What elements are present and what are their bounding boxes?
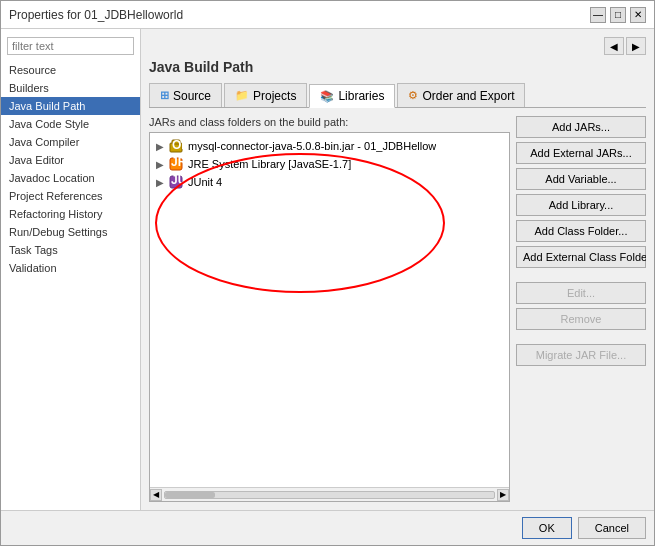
add-library-button[interactable]: Add Library... bbox=[516, 194, 646, 216]
source-icon: ⊞ bbox=[160, 89, 169, 102]
sidebar-item-task-tags[interactable]: Task Tags bbox=[1, 241, 140, 259]
tab-libraries[interactable]: 📚 Libraries bbox=[309, 84, 395, 108]
add-variable-button[interactable]: Add Variable... bbox=[516, 168, 646, 190]
title-bar-controls: — □ ✕ bbox=[590, 7, 646, 23]
projects-icon: 📁 bbox=[235, 89, 249, 102]
button-spacer bbox=[516, 272, 646, 278]
sidebar: Resource Builders Java Build Path Java C… bbox=[1, 29, 141, 510]
filter-input[interactable] bbox=[7, 37, 134, 55]
svg-text:JRE: JRE bbox=[171, 157, 183, 169]
sidebar-item-javadoc-location[interactable]: Javadoc Location bbox=[1, 169, 140, 187]
maximize-button[interactable]: □ bbox=[610, 7, 626, 23]
main-window: Properties for 01_JDBHelloworld — □ ✕ Re… bbox=[0, 0, 655, 546]
tab-order-export[interactable]: ⚙ Order and Export bbox=[397, 83, 525, 107]
tree-label: JARs and class folders on the build path… bbox=[149, 116, 510, 128]
forward-button[interactable]: ▶ bbox=[626, 37, 646, 55]
migrate-jar-button[interactable]: Migrate JAR File... bbox=[516, 344, 646, 366]
tree-item-junit[interactable]: ▶ JU JUnit 4 bbox=[150, 173, 509, 191]
expand-arrow-1[interactable]: ▶ bbox=[156, 141, 168, 152]
add-external-class-folder-button[interactable]: Add External Class Folde bbox=[516, 246, 646, 268]
tab-source[interactable]: ⊞ Source bbox=[149, 83, 222, 107]
scroll-left-button[interactable]: ◀ bbox=[150, 489, 162, 501]
sidebar-filter-container bbox=[7, 37, 134, 55]
sidebar-item-project-references[interactable]: Project References bbox=[1, 187, 140, 205]
tree-list: ▶ OD mysql-connector-java-5.0.8-bin.jar … bbox=[150, 133, 509, 195]
tab-projects-label: Projects bbox=[253, 89, 296, 103]
sidebar-item-resource[interactable]: Resource bbox=[1, 61, 140, 79]
sidebar-item-builders[interactable]: Builders bbox=[1, 79, 140, 97]
sidebar-item-run-debug-settings[interactable]: Run/Debug Settings bbox=[1, 223, 140, 241]
tree-item-mysql-jar[interactable]: ▶ OD mysql-connector-java-5.0.8-bin.jar … bbox=[150, 137, 509, 155]
title-bar: Properties for 01_JDBHelloworld — □ ✕ bbox=[1, 1, 654, 29]
edit-button[interactable]: Edit... bbox=[516, 282, 646, 304]
add-jars-button[interactable]: Add JARs... bbox=[516, 116, 646, 138]
add-class-folder-button[interactable]: Add Class Folder... bbox=[516, 220, 646, 242]
expand-arrow-3[interactable]: ▶ bbox=[156, 177, 168, 188]
add-external-jars-button[interactable]: Add External JARs... bbox=[516, 142, 646, 164]
tree-item-jre[interactable]: ▶ JRE JRE System Library [JavaSE-1.7] bbox=[150, 155, 509, 173]
back-button[interactable]: ◀ bbox=[604, 37, 624, 55]
tab-projects[interactable]: 📁 Projects bbox=[224, 83, 307, 107]
jre-icon: JRE bbox=[168, 157, 184, 171]
window-title: Properties for 01_JDBHelloworld bbox=[9, 8, 183, 22]
sidebar-item-java-build-path[interactable]: Java Build Path bbox=[1, 97, 140, 115]
tree-container: ▶ OD mysql-connector-java-5.0.8-bin.jar … bbox=[149, 132, 510, 502]
expand-arrow-2[interactable]: ▶ bbox=[156, 159, 168, 170]
panel-body: JARs and class folders on the build path… bbox=[149, 116, 646, 502]
button-spacer-2 bbox=[516, 334, 646, 340]
tabs-bar: ⊞ Source 📁 Projects 📚 Libraries ⚙ Order … bbox=[149, 83, 646, 108]
ok-button[interactable]: OK bbox=[522, 517, 572, 539]
svg-text:OD: OD bbox=[172, 139, 183, 152]
svg-text:JU: JU bbox=[171, 175, 183, 187]
tree-item-junit-label: JUnit 4 bbox=[188, 176, 222, 188]
horizontal-scrollbar[interactable]: ◀ ▶ bbox=[150, 487, 509, 501]
panel-title: Java Build Path bbox=[149, 59, 646, 75]
sidebar-item-java-compiler[interactable]: Java Compiler bbox=[1, 133, 140, 151]
remove-button[interactable]: Remove bbox=[516, 308, 646, 330]
junit-icon: JU bbox=[168, 175, 184, 189]
buttons-column: Add JARs... Add External JARs... Add Var… bbox=[516, 116, 646, 502]
main-content: Resource Builders Java Build Path Java C… bbox=[1, 29, 654, 510]
libraries-icon: 📚 bbox=[320, 90, 334, 103]
cancel-button[interactable]: Cancel bbox=[578, 517, 646, 539]
scroll-thumb[interactable] bbox=[165, 492, 215, 498]
sidebar-item-validation[interactable]: Validation bbox=[1, 259, 140, 277]
minimize-button[interactable]: — bbox=[590, 7, 606, 23]
scroll-right-button[interactable]: ▶ bbox=[497, 489, 509, 501]
tree-item-jre-label: JRE System Library [JavaSE-1.7] bbox=[188, 158, 351, 170]
tree-item-mysql-jar-label: mysql-connector-java-5.0.8-bin.jar - 01_… bbox=[188, 140, 436, 152]
tree-area: JARs and class folders on the build path… bbox=[149, 116, 510, 502]
tab-libraries-label: Libraries bbox=[338, 89, 384, 103]
bottom-bar: OK Cancel bbox=[1, 510, 654, 545]
sidebar-item-java-code-style[interactable]: Java Code Style bbox=[1, 115, 140, 133]
order-icon: ⚙ bbox=[408, 89, 418, 102]
right-panel: ◀ ▶ Java Build Path ⊞ Source 📁 Projects … bbox=[141, 29, 654, 510]
sidebar-item-java-editor[interactable]: Java Editor bbox=[1, 151, 140, 169]
scroll-track bbox=[164, 491, 495, 499]
tab-source-label: Source bbox=[173, 89, 211, 103]
tab-order-label: Order and Export bbox=[422, 89, 514, 103]
sidebar-item-refactoring-history[interactable]: Refactoring History bbox=[1, 205, 140, 223]
close-button[interactable]: ✕ bbox=[630, 7, 646, 23]
jar-icon-1: OD bbox=[168, 139, 184, 153]
